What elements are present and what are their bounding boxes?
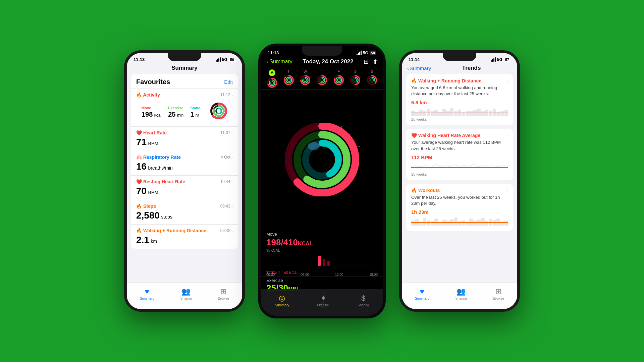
svg-point-9 [269, 80, 275, 86]
signal-left [216, 57, 221, 62]
trend-hr-chevron: › [506, 133, 508, 138]
respiratory-row[interactable]: 🫁 Respiratory Rate 4 Oct › 16 breaths/mi… [131, 151, 238, 175]
activity-stats: Move 198 kcal Exercise 25 min [142, 104, 207, 118]
heart-rate-label: ❤️ Heart Rate [136, 130, 167, 135]
svg-point-33 [336, 77, 341, 83]
resting-hr-label: ❤️ Resting Heart Rate [136, 179, 185, 184]
move-time-axis: 00:00 06:00 12:00 18:00 [266, 273, 378, 277]
signal-center [357, 51, 362, 55]
respiratory-time: 4 Oct › [221, 155, 233, 160]
heart-rate-unit: BPM [148, 141, 158, 146]
time-1800: 18:00 [369, 273, 378, 277]
nav-summary-right[interactable]: ♥ Summary [415, 287, 429, 300]
resting-hr-value: 70 [136, 186, 147, 196]
week-ring-fri [333, 75, 344, 85]
week-day-sun[interactable]: S [367, 69, 377, 88]
back-label-right: Summary [410, 65, 431, 71]
heart-rate-value: 71 [136, 137, 147, 147]
center-date: Today, 24 Oct 2022 [292, 58, 364, 65]
move-section-label: Move [266, 232, 378, 237]
trend-walking-chart [411, 107, 508, 116]
edit-button[interactable]: Edit [224, 79, 233, 85]
svg-rect-60 [323, 259, 325, 266]
trend-hr-desc: Your average walking heart rate was 112 … [411, 139, 508, 152]
calendar-icon[interactable]: ⊞ [364, 58, 369, 65]
trend-walking-title: 🔥 Walking + Running Distance [411, 78, 481, 83]
notch-center [302, 46, 342, 56]
week-day-tue[interactable]: T [283, 69, 294, 88]
stand-arrow: ↑ [340, 125, 343, 130]
week-day-sat[interactable]: S [350, 69, 361, 88]
heart-rate-time: 11:07 › [220, 130, 233, 135]
trend-hr-stat: 112 BPM [411, 155, 508, 160]
exercise-label: Exercise [168, 106, 183, 110]
nav-sharing-right[interactable]: 👥 Sharing [455, 287, 467, 300]
center-back[interactable]: ‹ Summary [266, 59, 292, 65]
trend-workouts-chevron: › [506, 188, 508, 193]
nav-summary-center[interactable]: ◎ Summary [275, 294, 289, 307]
activity-stats-row: Move 198 kcal Exercise 25 min [136, 99, 233, 123]
svg-point-56 [308, 142, 320, 150]
activity-cols: Move 198 kcal Exercise 25 min [142, 105, 207, 118]
share-icon[interactable]: ⬆ [373, 58, 378, 65]
trend-card-heartrate[interactable]: ❤️ Walking Heart Rate Average › Your ave… [406, 129, 513, 180]
status-right-center: 5G 58 [357, 51, 376, 55]
heart-rate-row[interactable]: ❤️ Heart Rate 11:07 › 71 BPM [131, 126, 238, 151]
summary-icon-right: ♥ [420, 287, 424, 296]
summary-label-center: Summary [275, 303, 289, 307]
svg-rect-59 [318, 256, 321, 266]
week-day-thu[interactable]: T [317, 69, 327, 88]
steps-value: 2,580 [136, 210, 160, 221]
week-label-tue: T [287, 69, 290, 73]
nav-browse-right[interactable]: ⊞ Browse [493, 287, 504, 300]
week-day-wed[interactable]: W [300, 69, 311, 88]
fitnessplus-label-center: Fitness+ [317, 303, 330, 307]
notch-right [443, 53, 476, 61]
activity-label: 🔥 Activity [136, 92, 160, 98]
walking-dist-value: 2.1 [136, 235, 149, 245]
right-header: ‹ Summary Trends [402, 63, 517, 74]
summary-label-right: Summary [415, 297, 429, 300]
bottom-nav-center: ◎ Summary ✦ Fitness+ $ Sharing [261, 289, 383, 316]
stand-col: Stand 1 hr [190, 105, 201, 118]
nav-browse-left[interactable]: ⊞ Browse [218, 287, 229, 300]
center-content: 11:13 5G 58 ‹ Summary Today, 24 Oct 2022 [261, 46, 383, 316]
trend-card-workouts[interactable]: 🔥 Workouts › Over the last 25 weeks, you… [406, 184, 513, 231]
move-label: Move [142, 106, 151, 110]
nav-sharing-left[interactable]: 👥 Sharing [180, 287, 192, 300]
week-day-mon[interactable]: M [267, 69, 277, 88]
battery-left: 59 [229, 57, 235, 62]
trend-walking-desc: You averaged 6.8 km of walking and runni… [411, 85, 508, 97]
nav-fitnessplus-center[interactable]: ✦ Fitness+ [317, 294, 330, 307]
walking-dist-row[interactable]: 🔥 Walking + Running Distance 09:42 › 2.1… [131, 224, 238, 249]
move-col: Move 198 kcal [142, 105, 161, 118]
trend-card-walking[interactable]: 🔥 Walking + Running Distance › You avera… [406, 74, 513, 125]
activity-row[interactable]: 🔥 Activity 11:12 › Move 198 kcal [131, 88, 238, 126]
svg-point-15 [286, 77, 291, 83]
trend-walking-chevron: › [506, 78, 508, 83]
left-phone: 11:13 5G 59 Summary Favourites Edit 🔥 Ac… [124, 50, 245, 312]
resting-heart-rate-row[interactable]: ❤️ Resting Heart Rate 10:44 › 70 BPM [131, 175, 238, 200]
fav-header: Favourites Edit [131, 74, 238, 88]
favourites-section: Favourites Edit 🔥 Activity 11:12 › Move … [131, 74, 238, 249]
summary-icon-center: ◎ [279, 294, 285, 303]
nav-summary-left[interactable]: ♥ Summary [140, 287, 154, 300]
right-back-button[interactable]: ‹ Summary [407, 65, 431, 71]
trend-workouts-chart [411, 216, 508, 226]
steps-row[interactable]: 🔥 Steps 09:42 › 2,580 steps [131, 200, 238, 224]
move-bar-top-label: 98KCAL [266, 248, 378, 252]
nav-sharing-center[interactable]: $ Sharing [358, 294, 369, 307]
week-ring-thu [317, 75, 327, 85]
trend-walking-header: 🔥 Walking + Running Distance › [411, 78, 508, 83]
time-0000: 00:00 [266, 273, 275, 277]
trends-content: 🔥 Walking + Running Distance › You avera… [402, 74, 517, 234]
week-day-fri[interactable]: F [333, 69, 344, 88]
svg-point-35 [337, 79, 340, 82]
steps-label: 🔥 Steps [136, 203, 156, 209]
week-label-thu: T [321, 69, 323, 73]
time-right: 11:14 [409, 57, 420, 62]
sharing-label-left: Sharing [180, 297, 192, 300]
trend-workouts-header: 🔥 Workouts › [411, 188, 508, 193]
time-center: 11:13 [268, 50, 279, 55]
move-value-display: 198/410KCAL [266, 237, 378, 248]
